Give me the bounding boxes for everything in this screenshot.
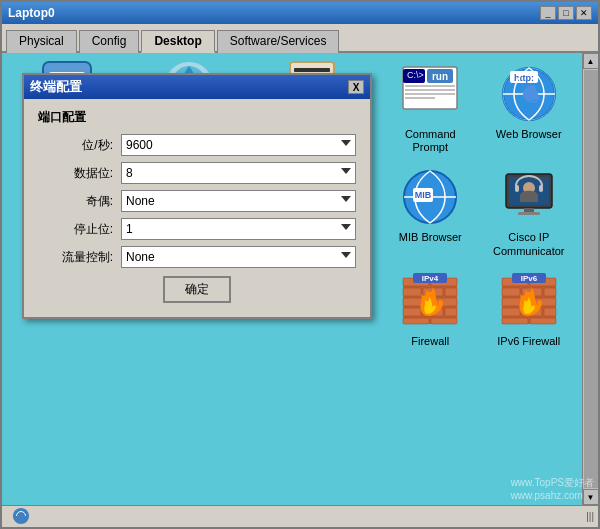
- svg-rect-80: [502, 288, 520, 296]
- web-browser-icon-cell[interactable]: http: Web Browser: [482, 59, 577, 158]
- scroll-up-button[interactable]: ▲: [583, 53, 599, 69]
- svg-rect-85: [502, 308, 520, 316]
- svg-rect-89: [530, 318, 556, 324]
- svg-rect-41: [405, 89, 455, 91]
- flow-control-select[interactable]: None Hardware Software: [121, 246, 356, 268]
- mib-browser-icon-cell[interactable]: MIB MIB Browser: [383, 162, 478, 261]
- scroll-down-button[interactable]: ▼: [583, 489, 599, 505]
- svg-text:IPv4: IPv4: [422, 274, 439, 283]
- svg-rect-87: [544, 308, 556, 316]
- web-browser-label: Web Browser: [496, 128, 562, 141]
- dialog-close-button[interactable]: X: [348, 80, 364, 94]
- command-prompt-label: CommandPrompt: [405, 128, 456, 154]
- right-icons-panel: run C:\> CommandPrompt: [377, 53, 582, 505]
- main-window: Laptop0 _ □ ✕ Physical Config Desktop So…: [0, 0, 600, 529]
- cisco-ip-comm-label: Cisco IPCommunicator: [493, 231, 565, 257]
- mib-browser-icon: MIB: [399, 166, 461, 228]
- ipv4-firewall-icon: IPv4: [399, 270, 461, 332]
- flow-control-label: 流量控制:: [38, 249, 113, 266]
- stop-bits-select[interactable]: 1 2: [121, 218, 356, 240]
- command-prompt-icon-cell[interactable]: run C:\> CommandPrompt: [383, 59, 478, 158]
- maximize-button[interactable]: □: [558, 6, 574, 20]
- svg-text:MIB: MIB: [415, 190, 432, 200]
- tab-physical[interactable]: Physical: [6, 30, 77, 53]
- bits-per-second-row: 位/秒: 9600 1200 2400 4800 19200: [38, 134, 356, 156]
- dialog-window: 终端配置 X 端口配置 位/秒: 9600 1200 2400 4800 192…: [22, 73, 372, 319]
- scroll-track: [584, 70, 598, 488]
- tab-software-services[interactable]: Software/Services: [217, 30, 340, 53]
- ok-button[interactable]: 确定: [163, 276, 231, 303]
- svg-rect-43: [405, 97, 435, 99]
- status-bar-right: |||: [586, 511, 594, 522]
- bits-per-second-label: 位/秒:: [38, 137, 113, 154]
- desktop-content: Generator @ Email: [2, 53, 598, 505]
- terminal-config-dialog: 终端配置 X 端口配置 位/秒: 9600 1200 2400 4800 192…: [22, 73, 372, 319]
- title-bar: Laptop0 _ □ ✕: [2, 2, 598, 24]
- svg-rect-82: [544, 288, 556, 296]
- web-browser-icon: http:: [498, 63, 560, 125]
- ipv6-firewall-icon: IPv6: [498, 270, 560, 332]
- window-title: Laptop0: [8, 6, 55, 20]
- ipv4-firewall-icon-cell[interactable]: IPv4 Firewall: [383, 266, 478, 352]
- svg-rect-40: [405, 85, 455, 87]
- bits-per-second-select[interactable]: 9600 1200 2400 4800 19200: [121, 134, 356, 156]
- tab-desktop[interactable]: Desktop: [141, 30, 214, 53]
- dialog-title-bar: 终端配置 X: [24, 75, 370, 99]
- svg-text:run: run: [432, 71, 448, 82]
- svg-text:IPv6: IPv6: [521, 274, 538, 283]
- svg-point-92: [13, 507, 29, 523]
- parity-label: 奇偶:: [38, 193, 113, 210]
- data-bits-label: 数据位:: [38, 165, 113, 182]
- svg-rect-65: [403, 288, 421, 296]
- flow-control-row: 流量控制: None Hardware Software: [38, 246, 356, 268]
- svg-rect-61: [518, 212, 540, 215]
- ipv6-firewall-icon-cell[interactable]: IPv6 IPv6 Firewall: [482, 266, 577, 352]
- minimize-button[interactable]: _: [540, 6, 556, 20]
- bottom-partial-icon: [6, 507, 36, 525]
- parity-row: 奇偶: None Even Odd: [38, 190, 356, 212]
- status-bar: |||: [2, 505, 598, 527]
- svg-rect-58: [515, 185, 519, 192]
- dialog-section-title: 端口配置: [38, 109, 356, 126]
- parity-select[interactable]: None Even Odd: [121, 190, 356, 212]
- svg-rect-10: [294, 68, 330, 72]
- svg-rect-73: [403, 318, 429, 324]
- tab-config[interactable]: Config: [79, 30, 140, 53]
- data-bits-row: 数据位: 8 7 6 5: [38, 162, 356, 184]
- cisco-ip-comm-icon: [498, 166, 560, 228]
- svg-rect-88: [502, 318, 528, 324]
- svg-text:C:\>: C:\>: [407, 70, 424, 80]
- status-bar-left: [6, 507, 586, 527]
- svg-rect-70: [403, 308, 421, 316]
- tab-bar: Physical Config Desktop Software/Service…: [2, 24, 598, 53]
- scrollbar[interactable]: ▲ ▼: [582, 53, 598, 505]
- stop-bits-row: 停止位: 1 2: [38, 218, 356, 240]
- svg-rect-74: [431, 318, 457, 324]
- command-prompt-icon: run C:\>: [399, 63, 461, 125]
- close-button[interactable]: ✕: [576, 6, 592, 20]
- data-bits-select[interactable]: 8 7 6 5: [121, 162, 356, 184]
- svg-rect-59: [539, 185, 543, 192]
- stop-bits-label: 停止位:: [38, 221, 113, 238]
- cisco-ip-comm-icon-cell[interactable]: Cisco IPCommunicator: [482, 162, 577, 261]
- svg-rect-67: [445, 288, 457, 296]
- ipv6-firewall-label: IPv6 Firewall: [497, 335, 560, 348]
- title-bar-controls: _ □ ✕: [540, 6, 592, 20]
- svg-rect-42: [405, 93, 455, 95]
- mib-browser-label: MIB Browser: [399, 231, 462, 244]
- svg-rect-72: [445, 308, 457, 316]
- dialog-body: 端口配置 位/秒: 9600 1200 2400 4800 19200 数据位:: [24, 99, 370, 317]
- ipv4-firewall-label: Firewall: [411, 335, 449, 348]
- dialog-title-text: 终端配置: [30, 78, 82, 96]
- svg-rect-60: [524, 208, 534, 212]
